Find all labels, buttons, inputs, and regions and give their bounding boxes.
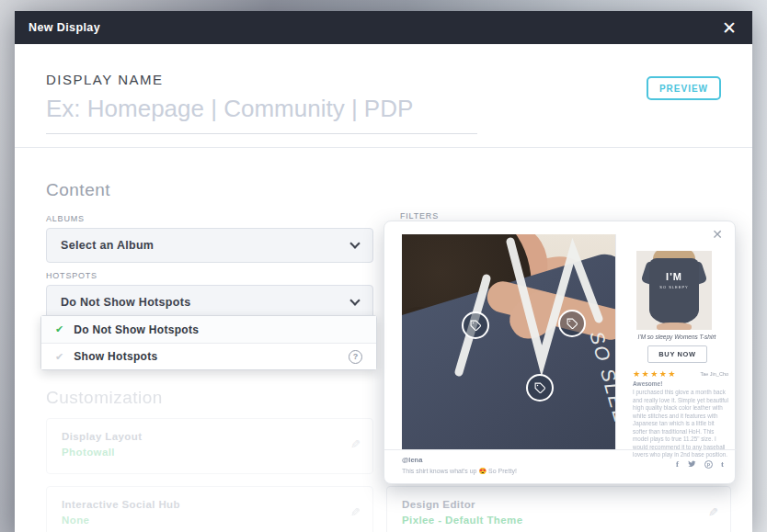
- edit-pencil-icon[interactable]: ✎: [350, 437, 361, 451]
- svg-text:SO SLEEPY: SO SLEEPY: [586, 329, 615, 449]
- popup-close-icon[interactable]: ✕: [712, 227, 723, 242]
- design-editor-card[interactable]: Design Editor Pixlee - Default Theme ✎: [386, 486, 731, 532]
- albums-select-value: Select an Album: [61, 239, 154, 252]
- twitter-icon[interactable]: [687, 459, 696, 470]
- hotspots-select-value: Do Not Show Hotspots: [61, 296, 190, 309]
- edit-pencil-icon[interactable]: ✎: [708, 505, 718, 519]
- buy-now-button[interactable]: BUY NOW: [647, 345, 707, 363]
- content-heading: Content: [46, 180, 110, 200]
- albums-label: ALBUMS: [46, 214, 85, 223]
- modal-header: New Display ✕: [15, 11, 752, 44]
- hotspot-tag-icon[interactable]: [462, 311, 489, 339]
- modal-title: New Display: [29, 21, 100, 34]
- chevron-down-icon: [349, 295, 360, 305]
- display-name-input[interactable]: [46, 90, 477, 134]
- check-icon: ✔: [55, 324, 63, 334]
- hotspot-tag-icon[interactable]: [526, 374, 554, 402]
- review-title: Awesome!: [633, 380, 662, 387]
- product-panel: I'M SO SLEEPY I'M so sleepy Womens T-shi…: [615, 234, 737, 449]
- tumblr-icon[interactable]: t: [721, 460, 724, 469]
- menu-option-show-hotspots[interactable]: ✔ Show Hotspots ?: [41, 343, 376, 369]
- edit-pencil-icon[interactable]: ✎: [350, 505, 361, 519]
- hotspots-label: HOTSPOTS: [46, 271, 97, 280]
- display-layout-card[interactable]: Display Layout Photowall ✎: [46, 418, 373, 474]
- preview-button[interactable]: PREVIEW: [647, 76, 721, 100]
- chevron-down-icon: [349, 238, 360, 248]
- help-icon[interactable]: ?: [349, 350, 362, 364]
- facebook-icon[interactable]: f: [676, 460, 679, 469]
- albums-select[interactable]: Select an Album: [46, 228, 373, 263]
- close-icon[interactable]: ✕: [720, 19, 738, 37]
- shirt-graphic: SO SLEEPY: [402, 234, 615, 449]
- menu-option-do-not-show-hotspots[interactable]: ✔ Do Not Show Hotspots: [41, 316, 376, 343]
- interactive-social-hub-card[interactable]: Interactive Social Hub None ✎: [46, 486, 373, 532]
- display-name-label: DISPLAY NAME: [46, 72, 163, 87]
- hotspots-dropdown-menu: ✔ Do Not Show Hotspots ✔ Show Hotspots ?: [40, 315, 377, 370]
- new-display-modal: New Display ✕ DISPLAY NAME PREVIEW Conte…: [15, 11, 752, 532]
- ugc-photo: SO SLEEPY: [402, 234, 615, 449]
- filters-label: FILTERS: [400, 211, 439, 221]
- product-image: I'M SO SLEEPY: [636, 251, 712, 330]
- rating-stars-icon: ★★★★★: [633, 369, 677, 379]
- customization-heading: Customization: [46, 388, 163, 408]
- check-icon: ✔: [55, 352, 63, 362]
- popup-footer: @lena This shirt knows what's up 😍 So Pr…: [384, 449, 737, 484]
- hotspot-tag-icon[interactable]: [558, 310, 586, 337]
- reviewer-name: Tae Jin_Cho: [700, 371, 728, 377]
- product-name: I'M so sleepy Womens T-shirt: [616, 334, 738, 340]
- pinterest-icon[interactable]: p: [704, 460, 713, 469]
- preview-popup: SO SLEEPY ✕: [384, 221, 736, 484]
- section-divider: [15, 147, 752, 148]
